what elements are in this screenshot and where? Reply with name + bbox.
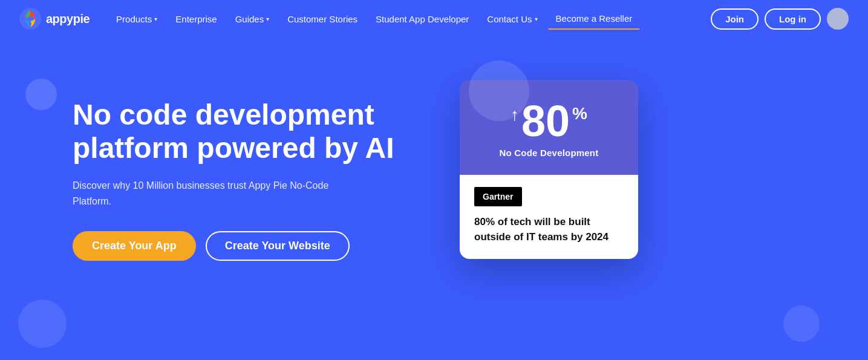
stat-percent: % [572, 104, 587, 123]
decorative-circle-small [25, 79, 57, 110]
nav-links: Products ▾ Enterprise Guides ▾ Customer … [109, 8, 711, 30]
hero-content: No code development platform powered by … [73, 74, 423, 261]
join-button[interactable]: Join [711, 8, 759, 30]
nav-item-contact[interactable]: Contact Us ▾ [480, 9, 544, 29]
gartner-badge: Gartner [474, 187, 522, 206]
hero-subtitle: Discover why 10 Million businesses trust… [73, 178, 351, 209]
card-description: 80% of tech will be built outside of IT … [474, 215, 624, 244]
decorative-circle-large [469, 61, 529, 121]
decorative-circle-bottom-right [783, 306, 820, 342]
logo-text: appypie [46, 12, 90, 26]
avatar[interactable] [827, 8, 849, 30]
hero-buttons: Create Your App Create Your Website [73, 231, 423, 261]
nav-item-reseller[interactable]: Become a Reseller [549, 8, 640, 30]
card-bottom: Gartner 80% of tech will be built outsid… [460, 175, 638, 259]
decorative-circle-bottom-left [18, 299, 67, 348]
hero-title: No code development platform powered by … [73, 98, 423, 165]
create-app-button[interactable]: Create Your App [73, 231, 196, 261]
create-website-button[interactable]: Create Your Website [206, 231, 350, 261]
logo[interactable]: appypie [19, 8, 90, 30]
nav-item-products[interactable]: Products ▾ [109, 9, 165, 29]
nav-item-student[interactable]: Student App Developer [368, 9, 476, 29]
stat-number: 80 [521, 99, 570, 143]
hero-section: No code development platform powered by … [0, 38, 868, 360]
nav-item-customer-stories[interactable]: Customer Stories [280, 9, 365, 29]
chevron-down-icon: ▾ [266, 16, 269, 22]
nav-right: Join Log in [711, 8, 849, 30]
stat-label: No Code Development [477, 148, 621, 158]
chevron-down-icon: ▾ [154, 16, 157, 22]
nav-item-enterprise[interactable]: Enterprise [168, 9, 224, 29]
nav-item-guides[interactable]: Guides ▾ [228, 9, 277, 29]
logo-icon [19, 8, 41, 30]
chevron-down-icon: ▾ [535, 16, 538, 22]
navbar: appypie Products ▾ Enterprise Guides ▾ C… [0, 0, 868, 38]
login-button[interactable]: Log in [765, 8, 821, 30]
